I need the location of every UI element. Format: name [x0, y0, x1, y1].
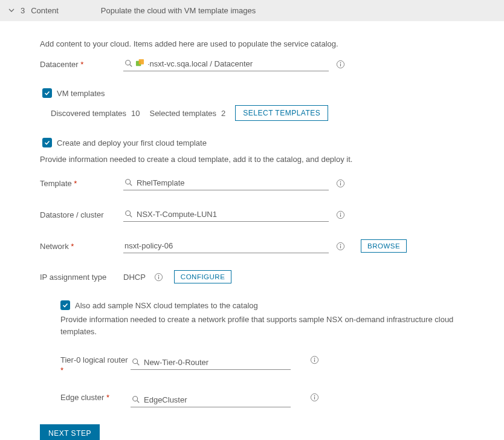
datacenter-label: Datacenter: [40, 60, 123, 69]
info-icon[interactable]: [336, 210, 345, 219]
search-icon: [132, 395, 140, 404]
search-icon: [124, 178, 133, 187]
template-input[interactable]: [123, 176, 329, 190]
info-icon[interactable]: [336, 179, 345, 188]
step-number: 3: [21, 6, 25, 15]
info-icon[interactable]: [310, 355, 319, 364]
nsx-checkbox-row: Also add sample NSX cloud templates to t…: [60, 300, 504, 310]
browse-button[interactable]: BROWSE: [361, 239, 407, 253]
template-label: Template: [40, 179, 123, 188]
create-deploy-checkbox[interactable]: [42, 138, 52, 147]
vm-templates-checkbox[interactable]: [42, 88, 52, 98]
nsx-checkbox[interactable]: [60, 300, 70, 310]
svg-line-13: [130, 215, 132, 218]
step-subtitle: Populate the cloud with VM template imag…: [101, 6, 256, 15]
info-icon[interactable]: [154, 273, 163, 282]
footer: NEXT STEP: [40, 424, 504, 440]
svg-line-29: [137, 401, 140, 403]
content-area: Add content to your cloud. Items added h…: [0, 21, 504, 440]
vm-templates-checkbox-row: VM templates: [42, 88, 504, 98]
svg-point-5: [340, 62, 341, 63]
svg-point-15: [340, 212, 341, 213]
templates-info: Discovered templates 10 Selected templat…: [51, 105, 504, 121]
selected-label: Selected templates: [149, 109, 216, 118]
configure-button[interactable]: CONFIGURE: [174, 270, 232, 283]
edge-row: Edge cluster *: [60, 393, 504, 407]
svg-rect-3: [139, 59, 144, 64]
chevron-down-icon: [8, 7, 15, 15]
edge-input[interactable]: [131, 393, 291, 407]
create-deploy-label: Create and deploy your first cloud templ…: [57, 138, 207, 147]
ip-assignment-value: DHCP: [123, 273, 146, 282]
nsx-desc: Provide information needed to create a n…: [60, 314, 459, 337]
vcenter-icon: [135, 59, 144, 68]
create-deploy-desc: Provide information needed to create a c…: [40, 155, 504, 164]
svg-line-24: [137, 363, 140, 366]
ip-assignment-row: IP assignment type DHCP CONFIGURE: [40, 270, 504, 283]
network-row: Network nsxt-policy-06 BROWSE: [40, 239, 504, 253]
network-label: Network: [40, 242, 123, 251]
svg-point-23: [133, 359, 138, 364]
svg-point-12: [126, 211, 131, 216]
svg-point-18: [340, 244, 341, 245]
datacenter-input[interactable]: [123, 57, 329, 71]
svg-point-21: [158, 274, 160, 276]
info-icon[interactable]: [336, 60, 345, 69]
info-icon[interactable]: [310, 393, 319, 402]
network-input[interactable]: nsxt-policy-06: [123, 239, 329, 253]
search-icon: [132, 358, 140, 366]
svg-line-8: [130, 184, 132, 186]
datastore-input[interactable]: [123, 207, 329, 222]
step-title: Content: [31, 6, 59, 15]
datastore-row: Datastore / cluster: [40, 207, 504, 222]
selected-value: 2: [221, 109, 225, 118]
search-icon: [124, 59, 133, 68]
svg-point-10: [340, 181, 341, 182]
info-icon[interactable]: [336, 242, 345, 251]
tier0-label: Tier-0 logical router *: [60, 355, 131, 376]
tier0-row: Tier-0 logical router *: [60, 355, 504, 376]
search-icon: [124, 210, 133, 218]
create-deploy-checkbox-row: Create and deploy your first cloud templ…: [42, 138, 504, 147]
svg-point-26: [314, 358, 315, 359]
svg-point-7: [126, 180, 131, 184]
vm-templates-label: VM templates: [57, 89, 105, 98]
svg-point-0: [126, 60, 131, 65]
intro-text: Add content to your cloud. Items added h…: [40, 39, 504, 48]
discovered-value: 10: [131, 109, 140, 118]
select-templates-button[interactable]: SELECT TEMPLATES: [235, 105, 328, 121]
template-row: Template: [40, 176, 504, 190]
svg-point-28: [133, 396, 138, 401]
svg-line-1: [130, 65, 132, 67]
nsx-checkbox-label: Also add sample NSX cloud templates to t…: [75, 301, 258, 310]
svg-point-31: [314, 395, 315, 396]
section-header[interactable]: 3 Content Populate the cloud with VM tem…: [0, 0, 504, 21]
edge-label: Edge cluster *: [60, 393, 131, 403]
datastore-label: Datastore / cluster: [40, 210, 123, 219]
next-step-button[interactable]: NEXT STEP: [40, 424, 100, 440]
ip-assignment-label: IP assignment type: [40, 273, 123, 282]
discovered-label: Discovered templates: [51, 109, 126, 118]
tier0-input[interactable]: [131, 355, 291, 370]
nsx-section: Also add sample NSX cloud templates to t…: [60, 300, 504, 407]
datacenter-row: Datacenter: [40, 57, 504, 71]
